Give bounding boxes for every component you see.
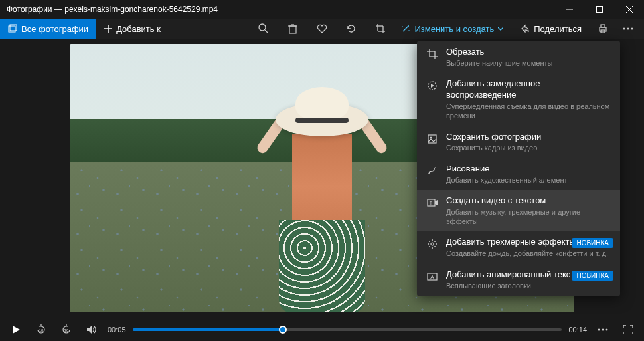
skip-forward-30-button[interactable]: 30 xyxy=(57,320,76,339)
dropdown-item-subtitle: Сохранить кадры из видео xyxy=(446,143,611,152)
center-tools xyxy=(253,19,391,39)
fullscreen-button[interactable] xyxy=(619,320,637,339)
svg-point-41 xyxy=(432,247,433,249)
svg-rect-10 xyxy=(289,26,296,33)
more-button[interactable] xyxy=(617,19,639,39)
svg-rect-1 xyxy=(596,7,602,13)
new-badge: НОВИНКА xyxy=(572,271,613,281)
svg-point-24 xyxy=(623,28,625,30)
wand-icon xyxy=(401,24,410,33)
close-icon xyxy=(626,6,633,13)
share-label: Поделиться xyxy=(534,24,582,34)
skip-back-10-button[interactable]: 10 xyxy=(32,320,50,339)
add-to-button[interactable]: Добавить к xyxy=(96,19,169,39)
edit-create-button[interactable]: Изменить и создать xyxy=(394,19,510,39)
dropdown-item-3[interactable]: РисованиеДобавить художественный элемент xyxy=(417,158,620,190)
more-icon xyxy=(598,328,608,331)
crop-toolbar-icon xyxy=(375,23,386,34)
playback-bar: 10 30 00:05 00:14 xyxy=(0,318,644,341)
svg-point-20 xyxy=(409,30,410,31)
close-button[interactable] xyxy=(614,0,644,19)
plus-icon xyxy=(104,25,112,33)
svg-point-8 xyxy=(259,24,266,31)
dropdown-item-6[interactable]: AДобавить анимированный текстВсплывающие… xyxy=(417,264,620,296)
svg-point-55 xyxy=(606,328,608,330)
svg-marker-32 xyxy=(431,84,434,88)
dropdown-item-subtitle: Супермедленная съемка для видео в реальн… xyxy=(446,102,611,121)
dropdown-item-title: Создать видео с текстом xyxy=(446,195,611,207)
zoom-button[interactable] xyxy=(253,19,274,39)
favorite-button[interactable] xyxy=(311,19,333,39)
dropdown-item-title: Обрезать xyxy=(446,47,611,58)
dropdown-item-title: Рисование xyxy=(446,164,611,175)
minimize-icon xyxy=(566,6,573,13)
new-badge: НОВИНКА xyxy=(572,238,613,248)
dropdown-item-subtitle: Добавить музыку, трехмерные и другие эфф… xyxy=(446,207,611,227)
seek-progress xyxy=(133,328,283,331)
all-photos-label: Все фотографии xyxy=(21,24,88,34)
crop-icon xyxy=(426,48,438,60)
delete-button[interactable] xyxy=(282,19,303,39)
dropdown-item-subtitle: Всплывающие заголовки xyxy=(446,281,611,290)
svg-marker-52 xyxy=(87,326,92,334)
dropdown-item-2[interactable]: Сохранить фотографииСохранить кадры из в… xyxy=(417,126,620,158)
print-button[interactable] xyxy=(592,19,613,39)
svg-point-40 xyxy=(436,243,437,245)
volume-button[interactable] xyxy=(82,320,101,339)
window-controls xyxy=(554,0,644,19)
zoom-icon xyxy=(258,23,269,34)
dropdown-item-5[interactable]: Добавить трехмерные эффектыСоздавайте до… xyxy=(417,231,620,263)
draw-icon xyxy=(426,165,438,177)
heart-icon xyxy=(317,23,327,34)
all-photos-button[interactable]: Все фотографии xyxy=(0,19,96,39)
more-icon xyxy=(623,27,633,30)
dropdown-item-1[interactable]: Добавить замедленное воспроизведениеСупе… xyxy=(417,73,620,126)
svg-point-44 xyxy=(434,246,436,247)
total-time: 00:14 xyxy=(568,326,587,334)
svg-point-42 xyxy=(428,243,429,245)
edit-create-dropdown: ОбрезатьВыберите наилучшие моментыДобави… xyxy=(417,41,620,296)
svg-point-38 xyxy=(431,243,434,245)
playback-more-button[interactable] xyxy=(594,320,612,339)
animated-text-icon: A xyxy=(426,271,438,283)
svg-line-9 xyxy=(265,30,268,33)
chevron-down-icon xyxy=(498,26,503,31)
svg-point-19 xyxy=(402,26,404,27)
dropdown-item-4[interactable]: TСоздать видео с текстомДобавить музыку,… xyxy=(417,190,620,231)
skip-back-10-icon: 10 xyxy=(35,324,47,336)
add-to-label: Добавить к xyxy=(116,24,161,34)
svg-point-45 xyxy=(429,246,430,247)
rotate-button[interactable] xyxy=(341,19,362,39)
toolbar: Все фотографии Добавить к Изменить и соз… xyxy=(0,19,644,39)
skip-forward-30-icon: 30 xyxy=(60,324,72,336)
svg-rect-22 xyxy=(601,25,605,27)
svg-text:A: A xyxy=(430,274,434,280)
svg-point-43 xyxy=(434,241,436,242)
svg-text:30: 30 xyxy=(64,328,69,332)
dropdown-item-subtitle: Добавить художественный элемент xyxy=(446,175,611,185)
svg-point-46 xyxy=(429,241,430,242)
window-title: Фотографии — pexels-maksim-goncharenok-5… xyxy=(7,5,218,14)
video-text-icon: T xyxy=(426,197,438,209)
maximize-button[interactable] xyxy=(584,0,614,19)
svg-point-34 xyxy=(430,136,432,138)
play-button[interactable] xyxy=(7,320,25,339)
3d-effects-icon xyxy=(426,238,438,250)
dropdown-item-0[interactable]: ОбрезатьВыберите наилучшие моменты xyxy=(417,41,620,73)
print-icon xyxy=(598,23,608,34)
svg-point-18 xyxy=(408,25,409,27)
minimize-button[interactable] xyxy=(554,0,584,19)
svg-text:10: 10 xyxy=(39,328,44,332)
edit-create-label: Изменить и создать xyxy=(414,24,494,34)
svg-line-17 xyxy=(403,26,408,31)
rotate-icon xyxy=(346,23,357,34)
svg-point-54 xyxy=(602,328,604,330)
seek-thumb[interactable] xyxy=(279,326,287,334)
titlebar: Фотографии — pexels-maksim-goncharenok-5… xyxy=(0,0,644,19)
share-button[interactable]: Поделиться xyxy=(514,19,588,39)
dropdown-item-subtitle: Создавайте дождь, добавляйте конфетти и … xyxy=(446,249,611,258)
seekbar[interactable] xyxy=(133,328,562,331)
fullscreen-icon xyxy=(623,325,633,334)
play-icon xyxy=(11,325,21,334)
crop-toolbar-button[interactable] xyxy=(370,19,391,39)
